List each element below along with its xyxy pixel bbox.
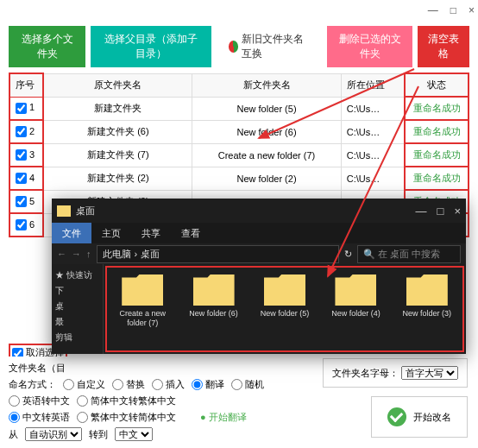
cell-original: 新建文件夹 (7) <box>43 143 192 167</box>
cell-location: C:\Us… <box>341 143 405 167</box>
select-multi-folders-button[interactable]: 选择多个文件夹 <box>9 26 85 67</box>
folder-label: New folder (3) <box>395 309 459 319</box>
tab-home[interactable]: 主页 <box>91 223 131 243</box>
minimize-button[interactable]: — <box>428 4 438 16</box>
nav-up[interactable]: ↑ <box>86 249 91 259</box>
header-original: 原文件夹名 <box>43 73 192 97</box>
header-location: 所在位置 <box>341 73 405 97</box>
tab-view[interactable]: 查看 <box>171 223 211 243</box>
cell-new: New folder (6) <box>192 120 341 143</box>
swap-label: 新旧文件夹名互换 <box>242 32 310 61</box>
naming-label: 命名方式： <box>9 378 56 391</box>
path-desktop: 桌面 <box>141 248 160 261</box>
refresh-icon[interactable]: ↻ <box>344 249 352 260</box>
tab-share[interactable]: 共享 <box>131 223 171 243</box>
delete-selected-button[interactable]: 删除已选的文件夹 <box>327 26 412 67</box>
start-rename-label: 开始改名 <box>413 411 451 424</box>
cell-status: 重命名成功 <box>405 143 469 167</box>
sidebar-quick[interactable]: ★ 快速访 <box>55 268 99 283</box>
folder-icon <box>335 274 376 306</box>
folder-label: New folder (6) <box>181 309 245 319</box>
folder-item[interactable]: New folder (6) <box>181 274 245 344</box>
header-status: 状态 <box>405 73 469 97</box>
row-checkbox[interactable] <box>16 149 27 161</box>
radio-random[interactable]: 随机 <box>231 378 264 391</box>
search-icon: 🔍 <box>363 249 375 259</box>
filename-case-panel: 文件夹名字母： 首字大写 <box>323 358 468 388</box>
folder-icon <box>264 274 305 306</box>
folder-item[interactable]: New folder (4) <box>324 274 387 344</box>
swap-names-button[interactable]: 新旧文件夹名互换 <box>222 26 317 67</box>
row-checkbox[interactable] <box>16 126 27 137</box>
filename-case-select[interactable]: 首字大写 <box>401 366 458 380</box>
table-row[interactable]: 4 新建文件夹 (2) New folder (2) C:\Us… 重命名成功 <box>9 167 469 190</box>
radio-replace[interactable]: 替换 <box>112 378 145 391</box>
folder-label: New folder (5) <box>253 309 317 319</box>
radio-zh2en[interactable]: 中文转英语 <box>9 411 70 424</box>
from-select[interactable]: 自动识别 <box>25 427 82 441</box>
nav-forward[interactable]: → <box>72 249 81 259</box>
sidebar-item[interactable]: 剪辑 <box>55 330 99 345</box>
row-checkbox[interactable] <box>16 173 27 184</box>
address-bar[interactable]: 此电脑 › 桌面 <box>97 245 340 263</box>
cell-new: New folder (5) <box>192 97 341 120</box>
radio-translate[interactable]: 翻译 <box>192 378 224 391</box>
search-input[interactable]: 🔍 在 桌面 中搜索 <box>357 245 461 263</box>
radio-trad2simp[interactable]: 繁体中文转简体中文 <box>77 411 176 424</box>
sidebar-item[interactable]: 最 <box>55 314 99 330</box>
path-pc: 此电脑 <box>103 248 131 261</box>
tab-file[interactable]: 文件 <box>52 223 91 243</box>
ok-icon <box>387 407 406 426</box>
row-checkbox[interactable] <box>16 196 27 207</box>
radio-en2zh[interactable]: 英语转中文 <box>9 394 70 407</box>
folder-item[interactable]: New folder (5) <box>253 274 317 344</box>
maximize-button[interactable]: □ <box>450 4 456 16</box>
radio-custom[interactable]: 自定义 <box>63 378 105 391</box>
file-explorer-window: 桌面 — □ × 文件 主页 共享 查看 ← → ↑ 此电脑 › 桌面 ↻ 🔍 … <box>52 199 466 354</box>
cell-original: 新建文件夹 (6) <box>43 120 192 143</box>
explorer-maximize[interactable]: □ <box>437 205 444 218</box>
folder-icon <box>57 205 71 217</box>
folder-item[interactable]: Create a new folder (7) <box>110 274 174 344</box>
cell-location: C:\Us… <box>341 167 405 190</box>
folder-icon <box>193 274 235 306</box>
radio-insert[interactable]: 插入 <box>152 378 185 391</box>
cell-location: C:\Us… <box>341 97 405 120</box>
cell-new: Create a new folder (7) <box>192 143 341 167</box>
explorer-close[interactable]: × <box>454 205 461 218</box>
sidebar-item[interactable]: 桌 <box>55 299 99 314</box>
folder-name-label: 文件夹名（目 <box>9 362 66 375</box>
table-row[interactable]: 3 新建文件夹 (7) Create a new folder (7) C:\U… <box>9 143 469 167</box>
filename-case-label: 文件夹名字母： <box>332 368 399 378</box>
select-parent-dir-button[interactable]: 选择父目录（添加子目录） <box>91 26 211 67</box>
explorer-minimize[interactable]: — <box>416 205 427 218</box>
swap-icon <box>229 41 239 53</box>
to-label: 转到 <box>89 428 108 441</box>
cell-status: 重命名成功 <box>405 97 469 120</box>
row-checkbox[interactable] <box>16 103 27 114</box>
cell-status: 重命名成功 <box>405 120 469 143</box>
cell-new: New folder (2) <box>192 167 341 190</box>
cell-original: 新建文件夹 (2) <box>43 167 192 190</box>
start-translate-button[interactable]: ● 开始翻译 <box>200 411 247 424</box>
folder-label: New folder (4) <box>324 309 387 319</box>
to-select[interactable]: 中文 <box>115 427 153 441</box>
radio-simp2trad[interactable]: 简体中文转繁体中文 <box>77 394 176 407</box>
cell-original: 新建文件夹 <box>43 97 192 120</box>
close-button[interactable]: × <box>469 4 475 16</box>
folder-icon <box>406 274 448 306</box>
explorer-content: Create a new folder (7)New folder (6)New… <box>105 266 464 352</box>
start-rename-button[interactable]: 开始改名 <box>371 396 468 438</box>
clear-table-button[interactable]: 清空表格 <box>418 26 469 67</box>
table-row[interactable]: 1 新建文件夹 New folder (5) C:\Us… 重命名成功 <box>9 97 469 120</box>
sidebar-item[interactable]: 下 <box>55 283 99 299</box>
cell-location: C:\Us… <box>341 120 405 143</box>
table-row[interactable]: 2 新建文件夹 (6) New folder (6) C:\Us… 重命名成功 <box>9 120 469 143</box>
folder-icon <box>122 274 163 306</box>
explorer-title: 桌面 <box>76 205 95 218</box>
row-checkbox[interactable] <box>16 219 27 230</box>
nav-back[interactable]: ← <box>57 249 66 259</box>
chevron-right-icon: › <box>135 249 138 259</box>
cell-status: 重命名成功 <box>405 167 469 190</box>
folder-item[interactable]: New folder (3) <box>395 274 459 344</box>
